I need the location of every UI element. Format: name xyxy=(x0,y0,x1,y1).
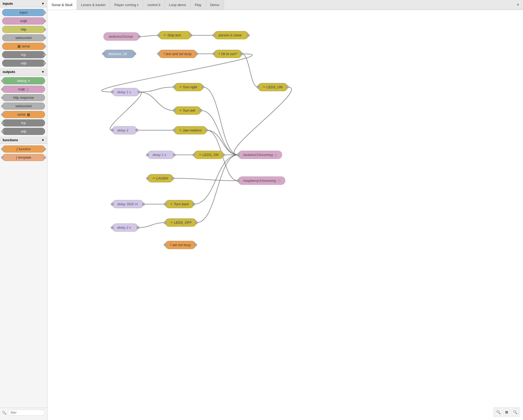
node-label-sonar-input: /arduino/2/sonar xyxy=(108,35,133,38)
canvas-node-delay-2[interactable]: delay 2 xyxy=(112,126,137,134)
port-left-delay-3500m xyxy=(111,203,114,206)
canvas-node-person-close[interactable]: person is close xyxy=(214,31,249,39)
search-input[interactable] xyxy=(8,409,45,416)
tab-demo[interactable]: Demo xyxy=(206,0,224,10)
tcp-port-right xyxy=(43,53,46,56)
inputs-label: inputs xyxy=(3,2,13,6)
outputs-section-header[interactable]: outputs ▼ xyxy=(0,68,47,76)
sidebar-item-udp[interactable]: udp xyxy=(2,60,45,67)
http-response-label: http response xyxy=(13,96,34,100)
canvas-node-delay-2s[interactable]: delay 2 s xyxy=(112,223,138,232)
tab-sonar-skull[interactable]: Sonar & Skull xyxy=(47,0,77,10)
port-left-turn-left xyxy=(173,109,176,112)
inject-label: inject xyxy=(19,11,27,14)
search-icon: 🔍 xyxy=(2,411,6,415)
port-left-leds-on-2 xyxy=(193,153,195,156)
tcp-out-label: tcp xyxy=(21,121,26,125)
inputs-section-header[interactable]: inputs ▼ xyxy=(0,0,47,7)
canvas-node-sonar-input[interactable]: /arduino/2/sonar xyxy=(103,32,139,41)
sidebar-item-inject[interactable]: inject xyxy=(2,9,45,16)
sidebar-item-template[interactable]: { template xyxy=(2,154,45,161)
grid-button[interactable]: ⊞ xyxy=(503,408,510,416)
canvas-node-strip-text[interactable]: ✂Strip text xyxy=(159,31,191,39)
port-right-distance-node xyxy=(133,52,136,55)
sidebar-item-debug[interactable]: debug ≡ xyxy=(2,77,45,84)
canvas-node-leds-on-1[interactable]: ✂LEDS_ON xyxy=(258,83,288,91)
zoom-out-button[interactable]: 🔍 xyxy=(495,408,502,416)
sidebar-item-mqtt-out[interactable]: mqtt ◌ xyxy=(2,86,45,93)
sidebar-item-websocket-out[interactable]: websocket xyxy=(2,102,45,110)
sidebar-item-tcp-out[interactable]: tcp xyxy=(2,119,45,126)
canvas-node-arduino-incoming[interactable]: /arduino/1/incoming◌ xyxy=(238,151,282,159)
port-right-delay-1s-1 xyxy=(137,91,140,94)
canvas-node-jaw-motions[interactable]: ✂Jaw motions xyxy=(174,126,207,134)
canvas-node-laugh[interactable]: ✂LAUGH xyxy=(147,174,173,182)
template-port-right xyxy=(43,156,46,159)
serial-label: serial xyxy=(22,44,30,48)
functions-arrow: ▼ xyxy=(41,138,45,142)
port-right-ok-to-run xyxy=(240,52,243,55)
sidebar-item-udp-out[interactable]: udp xyxy=(2,128,45,135)
canvas-node-leds-on-2[interactable]: ✂LEDS_ON xyxy=(194,151,224,159)
sidebar-item-serial-out[interactable]: serial ▦ xyxy=(2,111,45,118)
http-response-port-left xyxy=(1,96,4,99)
debug-icon: ≡ xyxy=(28,79,30,83)
canvas-node-delay-1s-1[interactable]: delay 1 s xyxy=(112,88,139,96)
mqtt-out-label: mqtt xyxy=(18,87,25,91)
canvas-node-turn-left[interactable]: ✂Turn left xyxy=(174,106,201,115)
websocket-out-label: websocket xyxy=(16,104,32,108)
debug-port-left xyxy=(1,80,4,82)
canvas-node-turn-back[interactable]: ✂Turn back xyxy=(165,200,194,208)
canvas-node-set-not-busy[interactable]: fset not busy xyxy=(165,241,196,249)
node-label-delay-2: delay 2 xyxy=(117,128,128,132)
node-icon-laugh: ✂ xyxy=(152,177,155,180)
sidebar-item-websocket[interactable]: websocket xyxy=(2,34,45,41)
port-right-sonar-input xyxy=(138,35,141,38)
add-tab-button[interactable]: + xyxy=(513,0,523,10)
canvas-node-raspberry-incoming[interactable]: /raspberry/1/incoming◌ xyxy=(238,177,285,185)
tabbar: Sonar & Skull Levers & trackin Player co… xyxy=(47,0,523,10)
canvas[interactable]: 🔍 ⊞ 🔍 /arduino/2/sonar✂Strip textperson … xyxy=(47,10,523,420)
udp-port-right xyxy=(43,62,46,65)
canvas-node-ok-to-run[interactable]: fOk to run? xyxy=(214,50,242,58)
port-right-delay-1s-2 xyxy=(173,153,176,156)
port-left-leds-on-1 xyxy=(256,86,259,89)
canvas-node-leds-off[interactable]: ✂LEDS_OFF xyxy=(165,218,196,227)
sidebar-item-http-response[interactable]: http response xyxy=(2,94,45,101)
node-icon-strip-text: ✂ xyxy=(164,33,166,37)
tab-play[interactable]: Play xyxy=(191,0,206,10)
port-right-person-close xyxy=(247,34,250,37)
node-icon-turn-back: ✂ xyxy=(170,202,172,206)
node-icon-turn-left: ✂ xyxy=(179,109,181,112)
inputs-arrow: ▼ xyxy=(41,2,45,6)
port-right-test-busy xyxy=(195,52,198,55)
canvas-node-delay-1s-2[interactable]: delay 1 s xyxy=(147,151,174,159)
websocket-label: websocket xyxy=(16,36,32,40)
port-right-leds-on-2 xyxy=(222,153,225,156)
node-icon-right-arduino-incoming: ◌ xyxy=(274,153,277,157)
functions-section-header[interactable]: functions ▼ xyxy=(0,136,47,144)
http-label: http xyxy=(21,27,27,31)
sidebar-item-http[interactable]: http xyxy=(2,26,45,33)
tab-levers-tracking[interactable]: Levers & trackin xyxy=(77,0,110,10)
canvas-node-delay-3500m[interactable]: delay 3500 m xyxy=(112,200,144,208)
canvas-node-distance-node[interactable]: distance: 29 xyxy=(103,50,135,58)
port-right-turn-right xyxy=(201,86,204,89)
sidebar-item-tcp[interactable]: tcp xyxy=(2,51,45,58)
node-label-jaw-motions: Jaw motions xyxy=(183,128,202,132)
zoom-in-button[interactable]: 🔍 xyxy=(511,408,519,416)
sidebar-item-serial[interactable]: ▦ serial xyxy=(2,43,45,50)
tab-loop-demo[interactable]: Loop demo xyxy=(165,0,191,10)
canvas-node-test-busy[interactable]: ftest and set busy xyxy=(159,50,196,58)
node-label-turn-right: Turn right xyxy=(183,85,197,89)
port-right-set-not-busy xyxy=(194,243,197,246)
inputs-items: inject mqtt http websocket ▦ serial tcp … xyxy=(0,7,47,68)
sidebar-item-function[interactable]: { function xyxy=(2,145,45,153)
tab-player-coming[interactable]: Player coming c xyxy=(110,0,143,10)
canvas-node-turn-right[interactable]: ✂Turn right xyxy=(174,83,203,91)
port-right-delay-2s xyxy=(136,226,139,229)
tab-control-it[interactable]: control it xyxy=(143,0,165,10)
sidebar-item-mqtt[interactable]: mqtt xyxy=(2,17,45,25)
inject-port-right xyxy=(43,11,46,14)
functions-items: { function { template xyxy=(0,144,47,163)
